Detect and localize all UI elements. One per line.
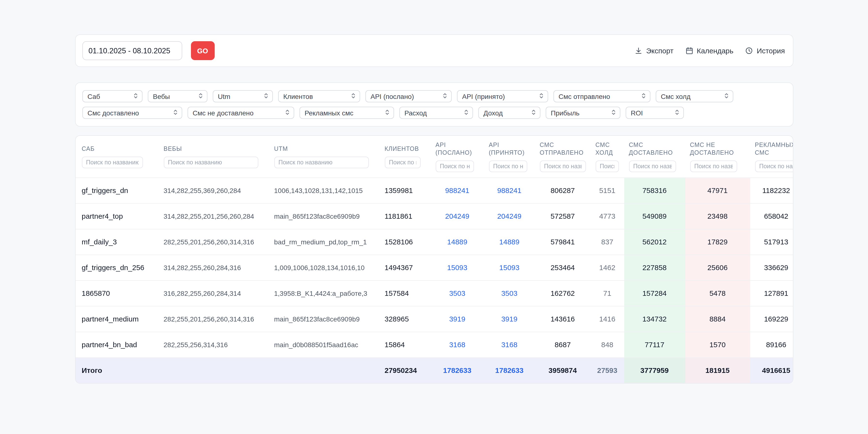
filter-select-dohod[interactable]: Доход [478, 107, 540, 119]
filter-label: Смс холд [661, 92, 691, 100]
search-input-utm[interactable] [274, 156, 369, 168]
api-value-link[interactable]: 3919 [501, 315, 518, 323]
api-value-link[interactable]: 1782633 [443, 366, 471, 375]
cell-utm: 1,3958:B_K1,4424:a_работе,3 [269, 280, 380, 306]
cell-sms-ne-dostavleno: 23498 [685, 203, 750, 229]
cell-api-prinyato[interactable]: 988241 [484, 177, 535, 203]
cell-api-poslano[interactable]: 14889 [431, 229, 484, 255]
api-value-link[interactable]: 3168 [501, 340, 518, 349]
chevron-updown-icon [610, 109, 617, 117]
calendar-button[interactable]: Календарь [685, 47, 733, 55]
cell-utm: main_d0b088501f5aad16ac [269, 332, 380, 357]
cell-sms-dostavleno: 758316 [624, 177, 685, 203]
filter-label: Доход [484, 109, 503, 117]
cell-api-poslano[interactable]: 15093 [431, 255, 484, 280]
column-label: API (ПОСЛАНО) [435, 141, 479, 156]
date-range-input[interactable] [82, 41, 182, 60]
cell-api-prinyato[interactable]: 14889 [484, 229, 535, 255]
filter-select-api-poslano[interactable]: API (послано) [365, 90, 452, 102]
api-value-link[interactable]: 3919 [449, 315, 465, 323]
cell-api-prinyato[interactable]: 3503 [484, 280, 535, 306]
total-cell-sms-dostavleno: 3777959 [624, 357, 685, 383]
filter-select-sms-ne-dostavleno[interactable]: Смс не доставлено [187, 107, 294, 119]
search-input-sms-otpravleno[interactable] [540, 161, 586, 172]
cell-api-prinyato[interactable]: 15093 [484, 255, 535, 280]
search-input-api-poslano[interactable] [435, 161, 474, 172]
cell-klientov: 1494367 [380, 255, 431, 280]
cell-sms-dostavleno: 157284 [624, 280, 685, 306]
total-cell-api-prinyato[interactable]: 1782633 [484, 357, 535, 383]
history-button[interactable]: История [745, 47, 785, 55]
api-value-link[interactable]: 14889 [499, 238, 519, 246]
cell-api-poslano[interactable]: 204249 [431, 203, 484, 229]
search-input-veby[interactable] [163, 156, 258, 168]
api-value-link[interactable]: 988241 [497, 186, 522, 195]
cell-api-poslano[interactable]: 3919 [431, 306, 484, 332]
filter-select-veby[interactable]: Вебы [148, 90, 207, 102]
filters-row-1: Саб Вебы Utm Клиентов API (послано) [82, 90, 786, 102]
api-value-link[interactable]: 1782633 [495, 366, 524, 375]
export-button[interactable]: Экспорт [634, 47, 674, 55]
page-container: GO Экспорт Ка [75, 0, 793, 383]
cell-api-prinyato[interactable]: 204249 [484, 203, 535, 229]
table-row: gf_triggers_dn314,282,255,369,260,284100… [75, 177, 793, 203]
search-input-sab[interactable] [82, 156, 143, 168]
column-label: UTM [274, 145, 375, 153]
cell-api-poslano[interactable]: 3168 [431, 332, 484, 357]
cell-reklamnyh-sms: 127891 [750, 280, 793, 306]
api-value-link[interactable]: 204249 [497, 212, 522, 220]
api-value-link[interactable]: 14889 [447, 238, 467, 246]
api-value-link[interactable]: 3168 [449, 340, 465, 349]
cell-sms-ne-dostavleno: 1570 [685, 332, 750, 357]
filter-select-pribyl[interactable]: Прибыль [546, 107, 620, 119]
search-input-sms-ne-dostavleno[interactable] [690, 161, 737, 172]
total-cell-reklamnyh-sms: 4916615 [750, 357, 793, 383]
filter-select-sms-otpravleno[interactable]: Смс отправлено [553, 90, 650, 102]
cell-sms-hold: 5151 [591, 177, 624, 203]
filter-select-reklamnyh-sms[interactable]: Рекламных смс [299, 107, 394, 119]
cell-klientov: 328965 [380, 306, 431, 332]
search-input-klientov[interactable] [384, 156, 421, 168]
report-table-card: САБ ВЕБЫ UTM КЛИЕНТОВ [75, 135, 793, 383]
filter-label: Utm [218, 92, 230, 100]
cell-utm: 1006,143,1028,131,142,1015 [269, 177, 380, 203]
calendar-label: Календарь [697, 47, 733, 55]
chevron-updown-icon [530, 109, 537, 117]
search-input-api-prinyato[interactable] [489, 161, 527, 172]
filter-select-sms-hold[interactable]: Смс холд [655, 90, 733, 102]
cell-sab: partner4_medium [75, 306, 159, 332]
filter-select-sab[interactable]: Саб [82, 90, 142, 102]
cell-api-prinyato[interactable]: 3919 [484, 306, 535, 332]
column-header-utm: UTM [269, 136, 380, 177]
filter-select-sms-dostavleno[interactable]: Смс доставлено [82, 107, 182, 119]
cell-sms-dostavleno: 134732 [624, 306, 685, 332]
filter-select-rashod[interactable]: Расход [399, 107, 473, 119]
column-header-sms-ne-dostavleno: СМС НЕ ДОСТАВЛЕНО [685, 136, 750, 177]
cell-sms-hold: 4773 [591, 203, 624, 229]
column-header-sms-dostavleno: СМС ДОСТАВЛЕНО [624, 136, 685, 177]
filter-select-roi[interactable]: ROI [625, 107, 684, 119]
search-input-sms-dostavleno[interactable] [629, 161, 676, 172]
cell-api-prinyato[interactable]: 3168 [484, 332, 535, 357]
cell-sms-otpravleno: 253464 [535, 255, 591, 280]
api-value-link[interactable]: 15093 [499, 263, 519, 271]
api-value-link[interactable]: 15093 [447, 263, 467, 271]
api-value-link[interactable]: 3503 [449, 289, 465, 297]
api-value-link[interactable]: 988241 [445, 186, 469, 195]
total-cell-api-poslano[interactable]: 1782633 [431, 357, 484, 383]
cell-api-poslano[interactable]: 988241 [431, 177, 484, 203]
column-header-veby: ВЕБЫ [159, 136, 269, 177]
cell-sab: mf_daily_3 [75, 229, 159, 255]
filter-select-utm[interactable]: Utm [213, 90, 273, 102]
filter-select-klientov[interactable]: Клиентов [278, 90, 360, 102]
cell-sms-otpravleno: 579841 [535, 229, 591, 255]
filter-select-api-prinyato[interactable]: API (принято) [457, 90, 548, 102]
chevron-updown-icon [197, 92, 204, 100]
search-input-reklamnyh-sms[interactable] [755, 161, 793, 172]
cell-sms-hold: 71 [591, 280, 624, 306]
search-input-sms-hold[interactable] [595, 161, 619, 172]
go-button[interactable]: GO [191, 41, 214, 60]
cell-api-poslano[interactable]: 3503 [431, 280, 484, 306]
api-value-link[interactable]: 204249 [445, 212, 469, 220]
api-value-link[interactable]: 3503 [501, 289, 518, 297]
